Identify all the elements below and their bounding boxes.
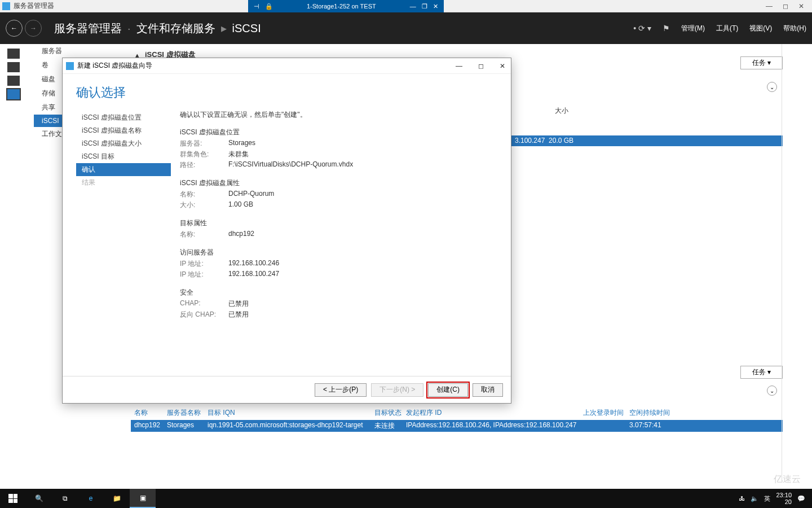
wizard-step-size[interactable]: iSCSI 虚拟磁盘大小 — [76, 137, 171, 150]
nav-forward-button[interactable]: → — [25, 20, 42, 37]
col-status[interactable]: 目标状态 — [374, 408, 406, 418]
wizard-nav: iSCSI 虚拟磁盘位置 iSCSI 虚拟磁盘名称 iSCSI 虚拟磁盘大小 i… — [76, 107, 171, 376]
value-chap: 已禁用 — [228, 299, 249, 309]
rail-servers-icon[interactable] — [7, 49, 20, 59]
targets-table: 名称 服务器名称 目标 IQN 目标状态 发起程序 ID 上次登录时间 空闲持续… — [131, 406, 783, 432]
breadcrumb-root[interactable]: 服务器管理器 — [54, 21, 122, 36]
wizard-close-button[interactable]: ✕ — [497, 62, 508, 70]
wizard-content: 确认以下设置正确无误，然后单击"创建"。 iSCSI 虚拟磁盘位置 服务器:St… — [171, 107, 503, 376]
breadcrumb-1[interactable]: 文件和存储服务 — [136, 21, 215, 36]
wizard-title: 新建 iSCSI 虚拟磁盘向导 — [77, 61, 152, 71]
wizard-titlebar[interactable]: 新建 iSCSI 虚拟磁盘向导 — ◻ ✕ — [63, 58, 511, 74]
breadcrumb: 服务器管理器 · 文件和存储服务 ▸ iSCSI — [54, 21, 261, 36]
disk-row-partial[interactable]: 3.100.247 20.0 GB — [511, 135, 783, 146]
value-path: F:\iSCSIVirtualDisks\DCHP-Quorum.vhdx — [228, 160, 353, 170]
remote-minimize[interactable]: — — [410, 3, 416, 10]
remote-session-label: 1-Storage1-252 on TEST — [279, 3, 404, 10]
tasks-dropdown-lower[interactable]: 任务 ▾ — [740, 366, 783, 379]
value-target-name: dhcp192 — [228, 230, 254, 239]
notifications-flag-icon[interactable]: ⚑ — [663, 24, 670, 33]
refresh-dropdown[interactable]: • ⟳ ▾ — [633, 24, 651, 33]
ie-icon[interactable]: e — [78, 489, 104, 508]
watermark: 亿速云 — [774, 474, 801, 485]
remote-session-tab: ⊣ 🔒 1-Storage1-252 on TEST — ❐ ✕ — [248, 0, 444, 12]
close-button[interactable]: ✕ — [798, 2, 804, 10]
remote-restore[interactable]: ❐ — [422, 3, 427, 10]
next-button: 下一步(N) > — [371, 383, 423, 397]
value-server: Storages — [228, 139, 255, 148]
tray-clock[interactable]: 23:10 20 — [776, 492, 792, 505]
col-initiator[interactable]: 发起程序 ID — [406, 408, 583, 418]
section-security-title: 安全 — [180, 288, 497, 297]
minimize-button[interactable]: — — [766, 2, 773, 10]
section-location-title: iSCSI 虚拟磁盘位置 — [180, 128, 497, 137]
menu-manage[interactable]: 管理(M) — [681, 24, 705, 33]
start-button[interactable] — [0, 489, 26, 508]
value-disk-size: 1.00 GB — [228, 200, 253, 210]
col-idle[interactable]: 空闲持续时间 — [629, 408, 697, 418]
maximize-button[interactable]: ◻ — [783, 2, 788, 10]
breadcrumb-2[interactable]: iSCSI — [232, 22, 261, 35]
wizard-step-name[interactable]: iSCSI 虚拟磁盘名称 — [76, 124, 171, 137]
section-attr-title: iSCSI 虚拟磁盘属性 — [180, 178, 497, 188]
previous-button[interactable]: < 上一步(P) — [315, 383, 367, 397]
lock-icon[interactable]: 🔒 — [265, 3, 273, 10]
wizard-step-confirm[interactable]: 确认 — [76, 163, 171, 176]
server-manager-taskbar-icon[interactable]: ▣ — [130, 489, 156, 508]
wizard-icon — [66, 62, 74, 70]
tray-network-icon[interactable]: 🖧 — [739, 495, 745, 502]
col-last[interactable]: 上次登录时间 — [583, 408, 629, 418]
col-iqn[interactable]: 目标 IQN — [208, 408, 374, 418]
section-access-title: 访问服务器 — [180, 248, 497, 257]
column-size-header[interactable]: 大小 — [555, 106, 568, 116]
expand-button-lower[interactable]: ⌄ — [767, 386, 777, 396]
value-rchap: 已禁用 — [228, 310, 249, 319]
wizard-step-target[interactable]: iSCSI 目标 — [76, 150, 171, 163]
taskbar: 🔍 ⧉ e 📁 ▣ 🖧 🔈 英 23:10 20 💬 — [0, 489, 812, 508]
left-icon-rail — [0, 44, 27, 99]
tasks-dropdown[interactable]: 任务 ▾ — [740, 56, 783, 69]
new-iscsi-wizard-dialog: 新建 iSCSI 虚拟磁盘向导 — ◻ ✕ 确认选择 iSCSI 虚拟磁盘位置 … — [62, 58, 511, 404]
expand-button[interactable]: ⌄ — [767, 82, 777, 92]
wizard-minimize-button[interactable]: — — [453, 62, 465, 70]
pin-icon[interactable]: ⊣ — [254, 3, 259, 10]
tray-notifications-icon[interactable]: 💬 — [797, 495, 805, 502]
section-target-title: 目标属性 — [180, 218, 497, 228]
col-name[interactable]: 名称 — [134, 408, 167, 418]
rail-disks-icon[interactable] — [7, 76, 20, 86]
wizard-heading: 确认选择 — [63, 74, 511, 107]
tray-sound-icon[interactable]: 🔈 — [751, 495, 758, 502]
cancel-button[interactable]: 取消 — [473, 383, 503, 397]
table-row[interactable]: dhcp192 Storages iqn.1991-05.com.microso… — [131, 420, 783, 432]
task-view-icon[interactable]: ⧉ — [52, 489, 78, 508]
server-manager-header: ← → 服务器管理器 · 文件和存储服务 ▸ iSCSI • ⟳ ▾ ⚑ 管理(… — [0, 12, 812, 44]
nav-back-button[interactable]: ← — [6, 20, 23, 37]
outer-window-title: 服务器管理器 — [14, 1, 54, 11]
search-icon[interactable]: 🔍 — [26, 489, 52, 508]
wizard-footer: < 上一步(P) 下一步(N) > 创建(C) 取消 — [63, 376, 511, 403]
nav-item-servers[interactable]: 服务器 — [34, 44, 130, 58]
wizard-instruction: 确认以下设置正确无误，然后单击"创建"。 — [180, 110, 497, 120]
value-disk-name: DCHP-Quorum — [228, 190, 274, 199]
explorer-icon[interactable]: 📁 — [104, 489, 130, 508]
rail-volumes-icon[interactable] — [7, 62, 20, 72]
wizard-step-result: 结果 — [76, 176, 171, 189]
menu-view[interactable]: 视图(V) — [749, 24, 772, 33]
value-ip2: 192.168.100.247 — [228, 270, 279, 279]
wizard-step-location[interactable]: iSCSI 虚拟磁盘位置 — [76, 111, 171, 124]
wizard-maximize-button[interactable]: ◻ — [476, 62, 486, 70]
col-server[interactable]: 服务器名称 — [167, 408, 208, 418]
value-ip1: 192.168.100.246 — [228, 259, 279, 269]
app-icon — [2, 2, 10, 10]
menu-tools[interactable]: 工具(T) — [716, 24, 738, 33]
rail-iscsi-icon[interactable] — [7, 89, 20, 99]
create-button[interactable]: 创建(C) — [428, 383, 468, 397]
remote-close[interactable]: ✕ — [433, 3, 438, 10]
menu-help[interactable]: 帮助(H) — [783, 24, 806, 33]
vertical-scrollbar[interactable] — [782, 44, 788, 481]
tray-ime[interactable]: 英 — [764, 494, 770, 503]
value-cluster-role: 未群集 — [228, 150, 249, 159]
